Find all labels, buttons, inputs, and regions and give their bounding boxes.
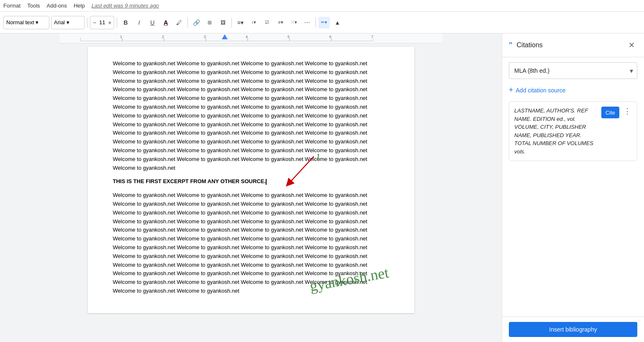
chevron-down-icon: ▾ xyxy=(67,19,69,26)
main-area: 1 2 3 4 5 6 7 Welcome xyxy=(0,33,644,342)
svg-text:6: 6 xyxy=(329,35,331,39)
bullet-list-button[interactable]: ≡▾ xyxy=(275,17,286,28)
svg-text:7: 7 xyxy=(371,35,373,39)
suggest-edits-button[interactable]: ✏▾ xyxy=(318,17,330,28)
insert-media-button[interactable]: 🖼 xyxy=(217,17,229,28)
bold-button[interactable]: B xyxy=(120,17,131,28)
chevron-down-icon: ▾ xyxy=(36,19,38,26)
document-area: 1 2 3 4 5 6 7 Welcome xyxy=(0,33,502,342)
toolbar-divider xyxy=(87,18,87,28)
svg-text:5: 5 xyxy=(287,35,290,39)
page-content: Welcome to gyankosh.net Welcome to gyank… xyxy=(113,59,389,296)
page-wrapper: Welcome to gyankosh.net Welcome to gyank… xyxy=(88,43,414,316)
font-label: Arial xyxy=(54,19,65,26)
add-citation-label: Add citation source xyxy=(516,87,566,94)
toolbar-divider-3 xyxy=(187,18,188,28)
style-label: Normal text xyxy=(6,19,34,26)
citations-body: MLA (8th ed.) APA Chicago + Add citation… xyxy=(502,57,644,316)
excerpt-text: THIS IS THE FIRST EXCERPT FROM ANY OTHER… xyxy=(113,177,389,186)
underline-button[interactable]: U xyxy=(146,17,158,28)
insert-bibliography-button[interactable]: Insert bibliography xyxy=(509,322,637,337)
svg-text:4: 4 xyxy=(246,35,248,39)
quote-icon: " xyxy=(509,41,513,50)
collapse-toolbar-button[interactable]: ▲ xyxy=(331,17,343,28)
font-size-control[interactable]: − 11 + xyxy=(90,16,114,29)
style-dropdown[interactable]: Normal text ▾ xyxy=(3,16,49,29)
citations-panel: " Citations ✕ MLA (8th ed.) APA Chicago … xyxy=(502,33,644,342)
add-citation-button[interactable]: + Add citation source xyxy=(509,84,637,96)
font-size-value: 11 xyxy=(98,19,106,26)
checklist-button[interactable]: ☑ xyxy=(261,17,273,28)
ruler: 1 2 3 4 5 6 7 xyxy=(59,33,443,43)
svg-text:2: 2 xyxy=(162,35,164,39)
excerpt-container: THIS IS THE FIRST EXCERPT FROM ANY OTHER… xyxy=(113,177,389,186)
repeat-text-block-2: Welcome to gyankosh.net Welcome to gyank… xyxy=(113,191,389,296)
citation-text: LASTNAME, AUTHOR'S. REF NAME. EDITION ed… xyxy=(514,107,598,156)
svg-text:3: 3 xyxy=(204,35,206,39)
align-button[interactable]: ≡▾ xyxy=(234,17,246,28)
font-size-decrease[interactable]: − xyxy=(92,19,97,26)
italic-button[interactable]: I xyxy=(133,17,145,28)
link-button[interactable]: 🔗 xyxy=(190,17,202,28)
menu-help[interactable]: Help xyxy=(74,3,85,9)
more-options-button[interactable]: ⋯ xyxy=(301,17,313,28)
citation-card-header: LASTNAME, AUTHOR'S. REF NAME. EDITION ed… xyxy=(514,107,632,156)
plus-icon: + xyxy=(509,86,513,94)
text-color-button[interactable]: A xyxy=(160,17,172,28)
toolbar-divider-4 xyxy=(231,18,232,28)
svg-marker-16 xyxy=(222,34,228,39)
repeat-text-block-1: Welcome to gyankosh.net Welcome to gyank… xyxy=(113,59,389,172)
toolbar-divider-2 xyxy=(117,18,117,28)
font-dropdown[interactable]: Arial ▾ xyxy=(51,16,85,29)
citation-card: LASTNAME, AUTHOR'S. REF NAME. EDITION ed… xyxy=(509,101,637,161)
document-page[interactable]: Welcome to gyankosh.net Welcome to gyank… xyxy=(88,47,414,313)
last-edit: Last edit was 9 minutes ago xyxy=(92,3,159,9)
svg-text:1: 1 xyxy=(120,35,122,39)
citations-footer: Insert bibliography xyxy=(502,316,644,342)
toolbar-divider-5 xyxy=(316,18,316,28)
menu-tools[interactable]: Tools xyxy=(27,3,40,9)
citation-style-wrapper[interactable]: MLA (8th ed.) APA Chicago xyxy=(509,62,637,79)
text-cursor xyxy=(266,179,267,185)
citation-menu-icon[interactable]: ⋮ xyxy=(623,107,632,116)
menu-format[interactable]: Format xyxy=(3,3,21,9)
citation-style-select[interactable]: MLA (8th ed.) APA Chicago xyxy=(509,62,637,79)
cite-button[interactable]: Cite xyxy=(601,107,619,118)
document-scroll[interactable]: Welcome to gyankosh.net Welcome to gyank… xyxy=(0,43,502,342)
close-button[interactable]: ✕ xyxy=(626,39,637,51)
line-spacing-button[interactable]: ↕▾ xyxy=(248,17,259,28)
citations-header: " Citations ✕ xyxy=(502,33,644,57)
numbered-list-button[interactable]: ⁙▾ xyxy=(288,17,300,28)
insert-image-button[interactable]: ⊞ xyxy=(204,17,216,28)
font-size-increase[interactable]: + xyxy=(107,19,112,26)
menu-bar: Format Tools Add-ons Help Last edit was … xyxy=(0,0,644,12)
menu-addons[interactable]: Add-ons xyxy=(47,3,67,9)
toolbar: Normal text ▾ Arial ▾ − 11 + B I U A 🖊 🔗… xyxy=(0,12,644,33)
citations-title: Citations xyxy=(517,41,621,49)
highlight-button[interactable]: 🖊 xyxy=(173,17,185,28)
